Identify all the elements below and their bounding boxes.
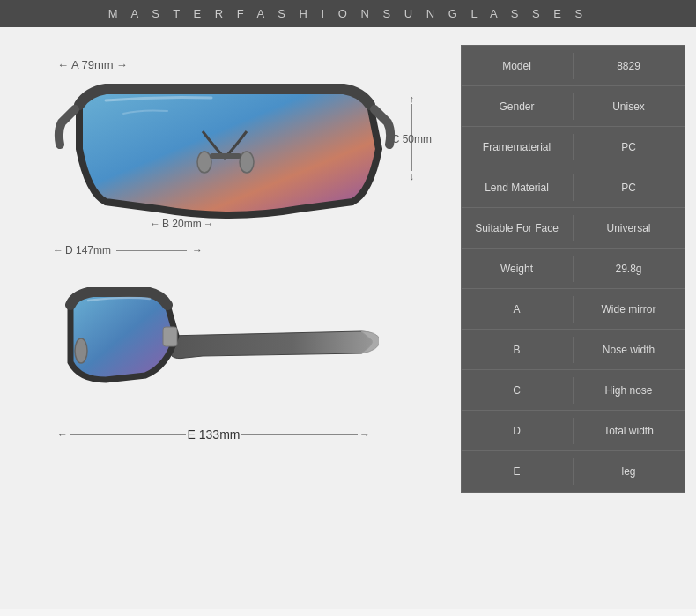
spec-row: Model8829 xyxy=(462,46,685,86)
spec-value: Wide mirror xyxy=(574,296,685,323)
svg-point-3 xyxy=(75,338,87,363)
spec-key: Weight xyxy=(462,256,574,282)
spec-row: GenderUnisex xyxy=(462,86,685,127)
spec-value: 8829 xyxy=(574,53,685,79)
glasses-side-svg xyxy=(62,287,379,406)
glasses-side-image xyxy=(62,287,379,410)
spec-value: Universal xyxy=(574,215,685,241)
spec-row: CHigh nose xyxy=(462,370,685,411)
spec-key: Model xyxy=(462,53,574,79)
glasses-side-section: ← E 133mm → xyxy=(48,283,418,442)
spec-value: PC xyxy=(574,174,685,201)
spec-key: Framematerial xyxy=(462,134,574,160)
glasses-front-image xyxy=(53,78,396,227)
spec-key: E xyxy=(462,458,574,485)
brand-title: M A S T E R F A S H I O N S U N G L A S … xyxy=(108,7,588,20)
right-panel: Model8829GenderUnisexFramematerialPCLend… xyxy=(449,27,696,609)
spec-key: Gender xyxy=(462,93,574,120)
svg-point-1 xyxy=(240,152,254,173)
spec-key: B xyxy=(462,337,574,363)
dim-a-text: A 79mm xyxy=(71,58,114,71)
svg-rect-2 xyxy=(210,153,241,159)
main-content: ← A 79mm → xyxy=(0,27,696,609)
spec-row: Eleg xyxy=(462,451,685,492)
spec-table: Model8829GenderUnisexFramematerialPCLend… xyxy=(461,45,685,493)
spec-key: A xyxy=(462,296,574,323)
dimension-e-label: ← E 133mm → xyxy=(57,427,370,442)
dimension-c-label: C 50mm xyxy=(392,133,432,145)
spec-row: DTotal width xyxy=(462,411,685,451)
spec-key: C xyxy=(462,377,574,404)
spec-row: Suitable For FaceUniversal xyxy=(462,208,685,249)
dimension-b-label: ← B 20mm → xyxy=(150,218,214,230)
spec-row: Lend MaterialPC xyxy=(462,167,685,208)
spec-row: FramematerialPC xyxy=(462,127,685,167)
spec-key: D xyxy=(462,418,574,444)
left-panel: ← A 79mm → xyxy=(0,27,449,609)
spec-value: 29.8g xyxy=(574,256,685,282)
glasses-front-svg xyxy=(53,78,396,224)
spec-value: Nose width xyxy=(574,337,685,363)
svg-rect-4 xyxy=(163,327,177,346)
glasses-top-section: ← A 79mm → xyxy=(48,54,418,265)
dimension-d-label: ← D 147mm → xyxy=(53,244,203,256)
spec-value: Total width xyxy=(574,418,685,444)
spec-key: Lend Material xyxy=(462,174,574,201)
dimension-a-label: ← A 79mm → xyxy=(57,58,128,71)
spec-row: BNose width xyxy=(462,330,685,370)
spec-key: Suitable For Face xyxy=(462,215,574,241)
spec-value: leg xyxy=(574,458,685,485)
spec-row: Weight29.8g xyxy=(462,249,685,289)
spec-row: AWide mirror xyxy=(462,289,685,330)
svg-point-0 xyxy=(197,152,211,173)
page-header: M A S T E R F A S H I O N S U N G L A S … xyxy=(0,0,696,27)
spec-value: Unisex xyxy=(574,93,685,120)
spec-value: PC xyxy=(574,134,685,160)
spec-value: High nose xyxy=(574,377,685,404)
